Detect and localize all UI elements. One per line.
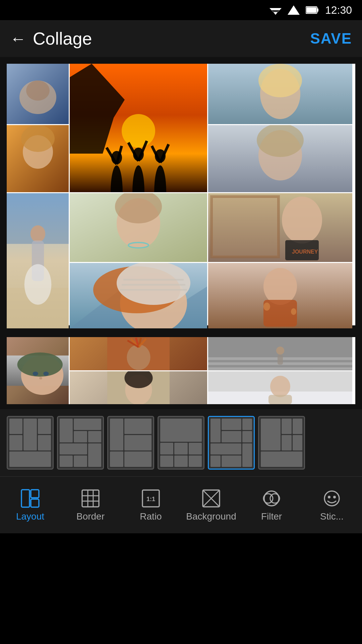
layout-option-4[interactable] xyxy=(158,416,204,470)
nav-item-border[interactable]: Border xyxy=(64,488,117,522)
svg-point-70 xyxy=(17,353,63,377)
svg-point-29 xyxy=(21,125,55,152)
svg-point-31 xyxy=(258,130,302,180)
collage-cell-11[interactable] xyxy=(70,337,207,370)
svg-rect-58 xyxy=(263,300,297,327)
filter-icon xyxy=(261,488,282,508)
collage-cell-6[interactable] xyxy=(7,193,69,328)
svg-point-59 xyxy=(263,303,270,311)
svg-rect-86 xyxy=(268,395,292,404)
svg-point-41 xyxy=(115,193,162,223)
svg-point-104 xyxy=(328,496,330,498)
page-title: Collage xyxy=(33,29,92,49)
collage-cell-13[interactable] xyxy=(208,337,352,370)
nav-item-sticker[interactable]: Stic... xyxy=(305,488,359,522)
svg-text:JOURNEY: JOURNEY xyxy=(292,249,318,255)
svg-point-100 xyxy=(264,491,279,506)
layout-option-5[interactable] xyxy=(208,416,255,470)
collage-cell-12[interactable] xyxy=(7,337,69,404)
back-button[interactable]: ← xyxy=(10,30,26,48)
svg-rect-76 xyxy=(208,362,352,365)
svg-point-85 xyxy=(270,376,290,397)
svg-point-32 xyxy=(257,125,304,157)
status-icons: 12:30 xyxy=(269,4,352,16)
collage-cell-7[interactable] xyxy=(70,193,207,262)
svg-point-9 xyxy=(26,80,50,101)
collage-cell-2[interactable] xyxy=(70,64,207,192)
svg-rect-56 xyxy=(208,263,352,328)
svg-point-8 xyxy=(19,80,56,114)
svg-rect-30 xyxy=(208,125,352,192)
svg-rect-75 xyxy=(208,357,352,360)
svg-rect-87 xyxy=(21,490,29,507)
save-button[interactable]: SAVE xyxy=(310,30,352,47)
svg-rect-83 xyxy=(208,371,352,404)
border-icon xyxy=(80,488,101,508)
svg-point-102 xyxy=(270,494,280,503)
sticker-icon xyxy=(322,488,342,508)
nav-label-ratio: Ratio xyxy=(140,511,162,522)
layout-option-6[interactable] xyxy=(258,416,305,470)
collage-area: JOURNEY xyxy=(0,57,362,332)
svg-point-42 xyxy=(128,243,148,248)
bottom-nav: Layout Border 1:1 Ratio xyxy=(0,476,362,533)
nav-item-ratio[interactable]: 1:1 Ratio xyxy=(124,488,178,522)
layout-icon xyxy=(20,488,40,508)
collage-cell-8[interactable]: JOURNEY xyxy=(208,193,352,262)
svg-rect-46 xyxy=(285,240,319,260)
svg-text:1:1: 1:1 xyxy=(146,495,155,502)
svg-point-103 xyxy=(324,491,339,506)
svg-line-66 xyxy=(139,339,146,347)
collage-cell-14[interactable] xyxy=(70,371,207,405)
svg-marker-2 xyxy=(274,12,278,15)
collage-cell-5[interactable] xyxy=(208,125,352,192)
svg-rect-84 xyxy=(208,391,352,404)
layout-option-3[interactable] xyxy=(107,416,154,470)
nav-item-layout[interactable]: Layout xyxy=(3,488,57,522)
wifi-icon xyxy=(269,5,282,15)
nav-label-border: Border xyxy=(76,511,105,522)
svg-rect-6 xyxy=(306,7,316,13)
svg-line-67 xyxy=(127,340,138,347)
svg-point-38 xyxy=(24,264,52,305)
ratio-icon: 1:1 xyxy=(141,488,161,508)
svg-point-73 xyxy=(39,377,42,379)
svg-rect-37 xyxy=(32,240,44,281)
svg-rect-44 xyxy=(212,197,279,257)
svg-line-64 xyxy=(136,338,138,347)
svg-rect-80 xyxy=(107,371,170,405)
collage-grid: JOURNEY xyxy=(7,64,355,325)
svg-point-62 xyxy=(127,344,150,370)
svg-rect-90 xyxy=(82,490,99,507)
svg-point-57 xyxy=(263,268,297,305)
collage-cell-10[interactable] xyxy=(208,263,352,328)
svg-marker-49 xyxy=(70,286,207,328)
layout-option-1[interactable] xyxy=(7,416,54,470)
svg-marker-3 xyxy=(288,5,300,15)
collage-cell-1[interactable] xyxy=(7,64,69,124)
collage-cell-9[interactable] xyxy=(70,263,207,328)
layout-option-2[interactable] xyxy=(57,416,104,470)
svg-line-65 xyxy=(139,338,141,347)
svg-rect-88 xyxy=(31,490,39,498)
svg-point-51 xyxy=(93,266,180,313)
svg-rect-68 xyxy=(7,356,69,386)
svg-rect-33 xyxy=(7,193,69,328)
svg-point-105 xyxy=(333,496,336,498)
layouts-bar xyxy=(0,409,362,476)
collage-cell-15[interactable] xyxy=(208,371,352,405)
svg-point-36 xyxy=(31,225,45,242)
svg-point-72 xyxy=(43,372,49,376)
nav-item-background[interactable]: Background xyxy=(184,488,238,522)
nav-label-background: Background xyxy=(186,511,236,522)
svg-point-52 xyxy=(117,263,190,305)
background-icon xyxy=(201,488,221,508)
nav-label-layout: Layout xyxy=(16,511,44,522)
battery-icon xyxy=(306,5,319,15)
nav-item-filter[interactable]: Filter xyxy=(245,488,298,522)
svg-point-26 xyxy=(258,64,302,97)
svg-rect-24 xyxy=(208,64,352,124)
collage-cell-3[interactable] xyxy=(208,64,352,124)
collage-cell-4[interactable] xyxy=(7,125,69,192)
svg-rect-48 xyxy=(70,263,207,328)
